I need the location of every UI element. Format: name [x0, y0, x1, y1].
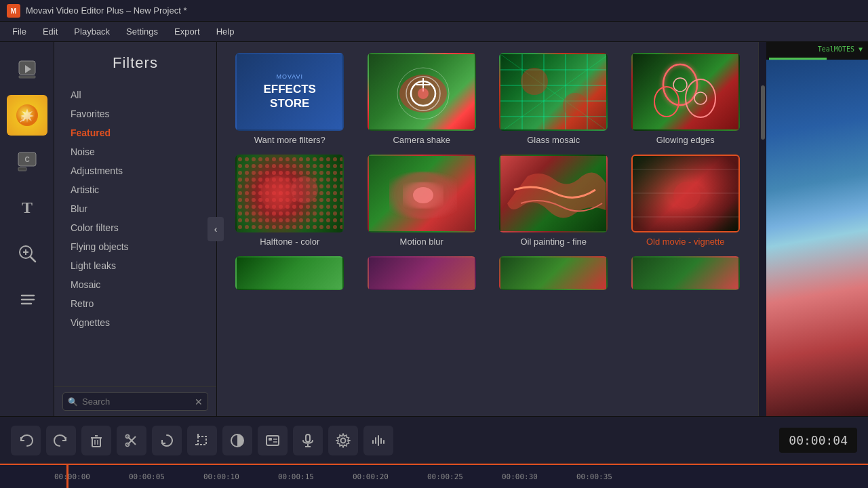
menu-help[interactable]: Help — [210, 24, 241, 39]
svg-rect-54 — [92, 438, 100, 447]
filter-label-camera-shake: Camera shake — [393, 135, 450, 146]
svg-point-36 — [563, 93, 587, 117]
cut-button[interactable] — [117, 426, 146, 455]
search-input[interactable] — [62, 392, 208, 411]
svg-line-33 — [500, 54, 608, 131]
media-insert-button[interactable] — [258, 426, 288, 455]
delete-button[interactable] — [81, 426, 111, 455]
filter-thumb-old-movie-vignette — [631, 155, 740, 232]
sidebar-item-effects[interactable] — [7, 95, 47, 136]
settings-button[interactable] — [328, 426, 358, 455]
timeline-marker-4: 00:00:20 — [353, 472, 427, 481]
svg-text:C: C — [24, 156, 29, 163]
sidebar-item-captions[interactable]: C — [7, 141, 47, 182]
menu-settings[interactable]: Settings — [119, 24, 165, 39]
time-value-2: 4 — [840, 433, 848, 447]
filter-cat-color-filters[interactable]: Color filters — [54, 218, 216, 237]
audio-button[interactable] — [363, 426, 393, 455]
filter-card-effects-store[interactable]: MOVAVI EFFECTSSTORE Want more filters? — [228, 53, 352, 146]
filter-cat-light-leaks[interactable]: Light leaks — [54, 256, 216, 275]
title-bar: M Movavi Video Editor Plus – New Project… — [0, 0, 868, 22]
svg-text:T: T — [21, 199, 32, 216]
svg-rect-63 — [198, 436, 206, 445]
filter-card-row3-4[interactable] — [624, 256, 748, 290]
filter-thumb-glass-mosaic — [499, 53, 608, 131]
svg-point-74 — [341, 438, 346, 443]
svg-point-38 — [686, 79, 715, 117]
svg-point-35 — [521, 68, 548, 95]
timeline-marker-1: 00:00:05 — [129, 472, 203, 481]
filter-cat-featured[interactable]: Featured — [54, 123, 216, 142]
filter-cat-blur[interactable]: Blur — [54, 199, 216, 218]
svg-point-40 — [673, 78, 687, 92]
app-title: Movavi Video Editor Plus – New Project * — [26, 5, 186, 16]
search-clear-icon[interactable]: ✕ — [195, 396, 203, 407]
menu-playback[interactable]: Playback — [67, 24, 117, 39]
filter-label-motion-blur: Motion blur — [400, 237, 443, 248]
filter-card-old-movie-vignette[interactable]: Old movie - vignette — [624, 155, 748, 248]
sidebar-item-zoom[interactable] — [7, 233, 47, 274]
svg-rect-68 — [269, 438, 272, 441]
sidebar-item-media[interactable] — [7, 49, 47, 89]
filter-thumb-oil-painting-fine — [499, 155, 608, 232]
filter-card-glowing-edges[interactable]: Glowing edges — [624, 53, 748, 146]
svg-text:M: M — [11, 7, 16, 15]
search-icon: 🔍 — [68, 397, 78, 407]
menu-export[interactable]: Export — [167, 24, 207, 39]
filter-cat-noise[interactable]: Noise — [54, 142, 216, 161]
filter-card-glass-mosaic[interactable]: Glass mosaic — [492, 53, 616, 146]
filter-card-row3-1[interactable] — [228, 256, 352, 290]
collapse-panel-button[interactable]: ‹ — [208, 217, 224, 241]
rotate-button[interactable] — [152, 426, 182, 455]
filter-thumb-halftone-color — [235, 155, 344, 232]
sidebar-item-text[interactable]: T — [7, 187, 47, 228]
undo-button[interactable] — [11, 426, 41, 455]
filter-cat-vignettes[interactable]: Vignettes — [54, 313, 216, 332]
filter-thumb-effects-store: MOVAVI EFFECTSSTORE — [235, 53, 344, 131]
svg-point-41 — [694, 92, 707, 104]
menu-edit[interactable]: Edit — [36, 24, 64, 39]
filter-cat-artistic[interactable]: Artistic — [54, 180, 216, 199]
filter-card-row3-3[interactable] — [492, 256, 616, 290]
filter-cat-adjustments[interactable]: Adjustments — [54, 161, 216, 180]
menu-file[interactable]: File — [5, 24, 33, 39]
filters-wrapper: ‹ MOVAVI EFFECTSSTORE Want more filters? — [217, 42, 766, 416]
filter-card-row3-2[interactable] — [360, 256, 484, 290]
filter-thumb-glowing-edges — [631, 53, 740, 131]
svg-rect-4 — [19, 76, 35, 78]
filter-card-motion-blur[interactable]: Motion blur — [360, 155, 484, 248]
filter-thumb-row3-4 — [631, 256, 740, 290]
filter-cat-favorites[interactable]: Favorites — [54, 104, 216, 123]
filter-label-effects-store: Want more filters? — [254, 135, 326, 146]
filter-thumb-row3-3 — [499, 256, 608, 290]
svg-rect-67 — [267, 436, 279, 445]
filter-label-halftone-color: Halftone - color — [260, 237, 319, 248]
filter-card-oil-painting-fine[interactable]: Oil painting - fine — [492, 155, 616, 248]
svg-point-45 — [291, 176, 318, 203]
filter-cat-all[interactable]: All — [54, 85, 216, 104]
filters-grid-area: MOVAVI EFFECTSSTORE Want more filters? — [217, 42, 758, 416]
microphone-button[interactable] — [293, 426, 323, 455]
preview-top-bar: TealMOTES ▼ — [766, 42, 868, 56]
svg-point-48 — [413, 187, 433, 203]
filter-card-camera-shake[interactable]: Camera shake — [360, 53, 484, 146]
filter-cat-flying-objects[interactable]: Flying objects — [54, 237, 216, 256]
svg-point-6 — [21, 116, 25, 120]
color-button[interactable] — [222, 426, 252, 455]
crop-button[interactable] — [187, 426, 217, 455]
sidebar-item-list[interactable] — [7, 279, 47, 320]
search-bar: 🔍 ✕ — [54, 386, 216, 416]
timeline-marker-7: 00:00:35 — [576, 472, 651, 481]
filter-cat-mosaic[interactable]: Mosaic — [54, 275, 216, 294]
filter-thumb-row3-1 — [235, 256, 344, 290]
filter-card-halftone-color[interactable]: Halftone - color — [228, 155, 352, 248]
timeline[interactable]: 00:00:00 00:00:05 00:00:10 00:00:15 00:0… — [0, 464, 868, 488]
right-preview-panel: TealMOTES ▼ — [766, 42, 868, 416]
timeline-cursor[interactable] — [66, 464, 68, 488]
svg-point-44 — [260, 176, 294, 210]
filter-cat-retro[interactable]: Retro — [54, 294, 216, 313]
redo-button[interactable] — [46, 426, 76, 455]
scrollbar-thumb[interactable] — [761, 85, 765, 140]
filter-thumb-motion-blur — [368, 155, 476, 232]
scrollbar[interactable] — [758, 42, 766, 416]
